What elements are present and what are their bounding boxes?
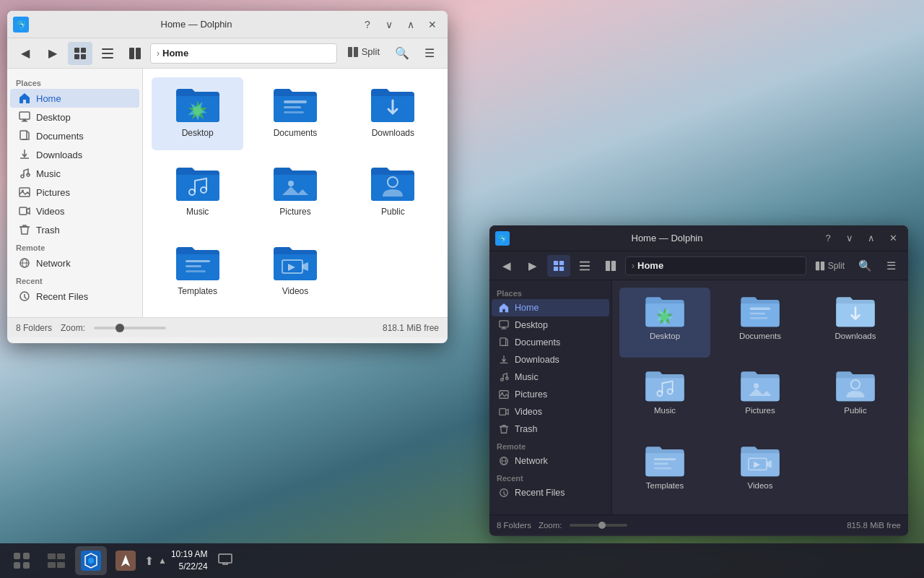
file-item-music[interactable]: Music bbox=[152, 156, 243, 229]
zoom-label-2: Zoom: bbox=[539, 521, 562, 530]
taskbar-system-icon[interactable]: ⬆ bbox=[144, 554, 154, 568]
sidebar-item-recent-files[interactable]: Recent Files bbox=[10, 287, 139, 306]
sidebar-item-documents-2[interactable]: Documents bbox=[492, 334, 609, 351]
file-item-templates-2[interactable]: Templates bbox=[619, 437, 710, 507]
file-item-music-2[interactable]: Music bbox=[619, 362, 710, 432]
file-item-desktop[interactable]: Desktop bbox=[152, 77, 243, 150]
sidebar-item-music-2[interactable]: Music bbox=[492, 368, 609, 386]
sidebar-item-pictures-2[interactable]: Pictures bbox=[492, 386, 609, 403]
sidebar-item-music[interactable]: Music bbox=[10, 164, 139, 183]
sidebar-item-home-2[interactable]: Home bbox=[492, 299, 609, 316]
svg-rect-55 bbox=[502, 328, 507, 329]
sidebar-music-label: Music bbox=[36, 168, 61, 179]
menu-button[interactable]: ☰ bbox=[417, 42, 442, 65]
split-label: Split bbox=[362, 46, 380, 57]
close-button[interactable]: ✕ bbox=[423, 17, 442, 33]
file-downloads-label-2: Downloads bbox=[835, 332, 876, 340]
zoom-thumb[interactable] bbox=[116, 324, 124, 332]
icon-view-button-2[interactable] bbox=[547, 255, 570, 277]
split-view-button[interactable] bbox=[123, 42, 147, 65]
search-button-2[interactable]: 🔍 bbox=[853, 255, 876, 277]
window2-title: Home — Dolphin bbox=[515, 233, 819, 243]
file-item-templates[interactable]: Templates bbox=[152, 236, 243, 309]
window2-toolbar: ◀ ▶ › Home Split 🔍 ☰ bbox=[489, 251, 908, 280]
taskbar-expand-icon[interactable]: ▲ bbox=[158, 556, 167, 566]
help-button-2[interactable]: ? bbox=[819, 230, 837, 246]
maximize-button-2[interactable]: ∧ bbox=[862, 230, 881, 246]
file-downloads-label: Downloads bbox=[372, 128, 414, 138]
file-item-documents-2[interactable]: Documents bbox=[715, 288, 806, 358]
file-item-desktop-2[interactable]: Desktop bbox=[619, 288, 710, 358]
svg-rect-28 bbox=[284, 100, 307, 103]
split-view-button-2[interactable] bbox=[599, 255, 622, 277]
sidebar-item-documents[interactable]: Documents bbox=[10, 126, 139, 145]
minimize-button[interactable]: ∨ bbox=[380, 17, 398, 33]
taskbar-clock[interactable]: 10:19 AM 5/22/24 bbox=[171, 548, 214, 573]
taskbar-screen-icon[interactable] bbox=[218, 553, 232, 568]
file-item-videos[interactable]: Videos bbox=[249, 236, 341, 309]
taskbar-pager[interactable] bbox=[40, 546, 72, 575]
file-item-public[interactable]: Public bbox=[347, 156, 439, 229]
maximize-button[interactable]: ∧ bbox=[401, 17, 420, 33]
file-item-downloads[interactable]: Downloads bbox=[347, 77, 439, 150]
file-item-videos-2[interactable]: Videos bbox=[715, 437, 806, 507]
file-item-pictures-2[interactable]: Pictures bbox=[715, 362, 806, 432]
file-documents-label: Documents bbox=[274, 128, 318, 138]
sidebar-item-trash-2[interactable]: Trash bbox=[492, 420, 609, 438]
file-item-documents[interactable]: Documents bbox=[249, 77, 341, 150]
list-view-button-2[interactable] bbox=[573, 255, 596, 277]
window2-titlebar: 🐬 Home — Dolphin ? ∨ ∧ ✕ bbox=[489, 225, 908, 251]
zoom-slider-2[interactable] bbox=[570, 524, 627, 527]
file-item-public-2[interactable]: Public bbox=[810, 362, 901, 432]
taskbar-activities[interactable] bbox=[6, 546, 38, 575]
sidebar-item-recent-files-2[interactable]: Recent Files bbox=[492, 484, 609, 501]
sidebar-item-network-2[interactable]: Network bbox=[492, 452, 609, 470]
sidebar-item-downloads-2[interactable]: Downloads bbox=[492, 351, 609, 368]
sidebar-trash-label-2: Trash bbox=[515, 424, 538, 434]
search-button[interactable]: 🔍 bbox=[390, 42, 414, 65]
window1-title: Home — Dolphin bbox=[35, 19, 358, 30]
file-item-pictures[interactable]: Pictures bbox=[249, 156, 341, 229]
taskbar-dolphin[interactable] bbox=[75, 546, 107, 575]
sidebar-item-videos-2[interactable]: Videos bbox=[492, 403, 609, 420]
zoom-slider[interactable] bbox=[94, 327, 166, 329]
sidebar-item-desktop-2[interactable]: Desktop bbox=[492, 316, 609, 334]
breadcrumb-bar[interactable]: › Home bbox=[150, 43, 337, 64]
close-button-2[interactable]: ✕ bbox=[884, 230, 902, 246]
sidebar-item-network[interactable]: Network bbox=[10, 254, 139, 272]
file-item-downloads-2[interactable]: Downloads bbox=[810, 288, 901, 358]
file-videos-label-2: Videos bbox=[748, 481, 773, 490]
svg-rect-82 bbox=[14, 562, 20, 569]
window2-controls: ? ∨ ∧ ✕ bbox=[819, 230, 902, 246]
sidebar-item-home[interactable]: Home bbox=[10, 89, 139, 108]
split-button-2[interactable]: Split bbox=[809, 256, 850, 275]
svg-rect-75 bbox=[654, 458, 676, 460]
sidebar-item-desktop[interactable]: Desktop bbox=[10, 108, 139, 126]
recent-label-2: Recent bbox=[489, 470, 611, 484]
svg-rect-6 bbox=[102, 48, 113, 50]
icon-view-button[interactable] bbox=[68, 42, 92, 65]
taskbar-app4[interactable] bbox=[110, 546, 141, 575]
split-button[interactable]: Split bbox=[340, 42, 387, 62]
svg-rect-13 bbox=[19, 112, 30, 119]
menu-button-2[interactable]: ☰ bbox=[879, 255, 902, 277]
svg-rect-61 bbox=[500, 409, 506, 415]
list-view-button[interactable] bbox=[95, 42, 120, 65]
breadcrumb-bar-2[interactable]: › Home bbox=[625, 256, 806, 275]
zoom-thumb-2[interactable] bbox=[598, 522, 606, 529]
forward-button[interactable]: ▶ bbox=[40, 42, 65, 65]
back-button-2[interactable]: ◀ bbox=[495, 255, 518, 277]
sidebar-item-pictures[interactable]: Pictures bbox=[10, 183, 139, 202]
sidebar-item-videos[interactable]: Videos bbox=[10, 202, 139, 220]
breadcrumb-separator: › bbox=[157, 48, 160, 59]
forward-button-2[interactable]: ▶ bbox=[521, 255, 544, 277]
sidebar-item-downloads[interactable]: Downloads bbox=[10, 145, 139, 164]
minimize-button-2[interactable]: ∨ bbox=[840, 230, 859, 246]
svg-rect-84 bbox=[48, 553, 56, 559]
sidebar-item-trash[interactable]: Trash bbox=[10, 220, 139, 239]
svg-rect-81 bbox=[23, 553, 30, 559]
svg-rect-87 bbox=[57, 562, 65, 568]
help-button[interactable]: ? bbox=[358, 17, 377, 33]
svg-rect-37 bbox=[186, 270, 206, 272]
back-button[interactable]: ◀ bbox=[13, 42, 38, 65]
